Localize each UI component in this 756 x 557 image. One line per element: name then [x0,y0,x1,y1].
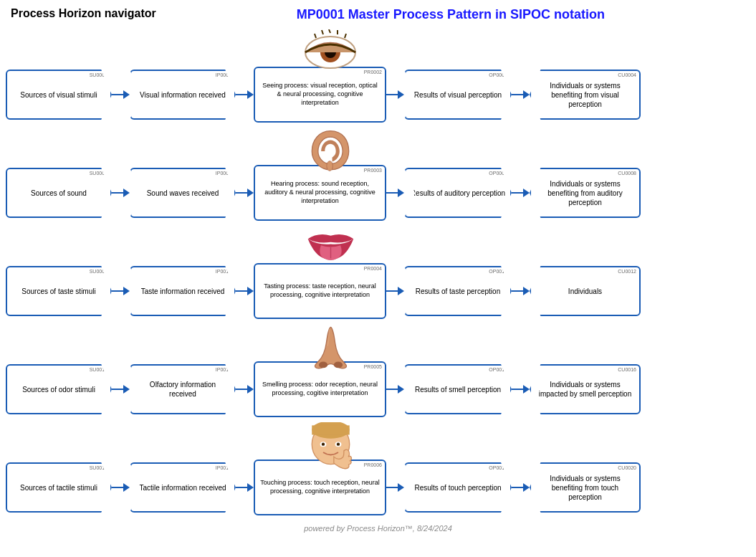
process-rows: SU0001Sources of visual stimuliIP0002Vis… [6,65,750,517]
box-ip0011: IP0011Taste information received [130,266,236,316]
sensor-icon-tongue [298,226,363,265]
svg-line-3 [322,30,323,34]
code-op0019: OP0019 [489,465,507,470]
code-cu0016: CU0016 [618,367,636,372]
svg-line-2 [345,34,346,38]
text-ip0006: Sound waves received [147,189,219,198]
box-su0013: SU0013Sources of odor stimuli [6,364,112,414]
code-pr0006: PR0006 [364,462,382,467]
box-op0010: OP0010Results of taste perception [404,266,512,316]
text-cu0016: Individuals or systems impacted by smell… [535,380,635,399]
code-cu0020: CU0020 [618,465,636,470]
arrow-icon [386,287,404,295]
box-pr0004: PR0004Tasting process: taste reception, … [254,263,386,319]
page-header: Process Horizon navigator MP0001 Master … [0,0,756,26]
arrow-icon [236,90,254,99]
app-title: Process Horizon navigator [11,7,156,20]
box-su0005: SU0005Sources of sound [6,168,112,218]
arrow-icon [512,90,530,99]
text-ip0002: Visual information received [140,90,226,100]
code-su0005: SU0005 [90,171,107,176]
text-cu0008: Individuals or systems benefiting from a… [535,179,635,207]
code-cu0012: CU0012 [618,269,636,274]
svg-point-11 [318,362,327,368]
text-pr0004: Tasting process: taste reception, neural… [259,282,381,299]
box-op0003: OP0003Results of visual perception [404,70,512,120]
svg-point-19 [336,442,339,445]
box-cu0008: CU0008Individuals or systems benefiting … [530,168,641,218]
code-ip0014: IP0014 [216,367,231,372]
svg-rect-15 [312,425,350,434]
box-cu0020: CU0020Individuals or systems benefiting … [530,462,641,513]
box-su0009: SU0009Sources of taste stimuli [6,266,112,316]
process-row-0: SU0001Sources of visual stimuliIP0002Vis… [6,65,750,124]
code-cu0004: CU0004 [618,72,636,77]
arrow-icon [112,90,130,99]
arrow-icon [386,483,404,492]
text-pr0002: Seeing process: visual reception, optica… [259,82,381,107]
text-ip0014: Olfactory information received [135,380,230,399]
box-op0019: OP0019Results of touch perception [404,462,512,513]
text-su0001: Sources of visual stimuli [20,90,97,100]
svg-point-12 [333,362,342,368]
code-ip0006: IP0006 [216,171,231,176]
code-ip0018: IP0018 [216,465,231,470]
text-op0019: Results of touch perception [414,483,501,492]
text-su0017: Sources of tactile stimuli [20,483,97,492]
text-pr0003: Hearing process: sound reception, audito… [259,180,381,205]
text-op0010: Results of taste perception [416,287,500,296]
code-pr0003: PR0003 [364,168,382,173]
arrow-icon [386,385,404,394]
code-su0013: SU0013 [90,367,107,372]
arrow-icon [236,483,254,492]
box-ip0018: IP0018Tactile information received [130,462,236,513]
arrow-icon [236,189,254,197]
code-pr0005: PR0005 [364,364,382,369]
arrow-icon [236,385,254,394]
process-row-4: SU0017Sources of tactile stimuliIP0018Ta… [6,458,750,517]
box-ip0002: IP0002Visual information received [130,70,236,120]
process-row-3: SU0013Sources of odor stimuliIP0014Olfac… [6,360,750,419]
footer-text: powered by Process Horizon™, 8/24/2024 [6,524,750,533]
box-cu0004: CU0004Individuals or systems benefiting … [530,70,641,120]
text-op0007: Results of auditory perception [411,189,505,198]
box-ip0014: IP0014Olfactory information received [130,364,236,414]
box-ip0006: IP0006Sound waves received [130,168,236,218]
diagram-title: MP0001 Master Process Pattern in SIPOC n… [156,7,745,22]
code-ip0011: IP0011 [216,269,231,274]
arrow-icon [112,385,130,394]
text-su0013: Sources of odor stimuli [22,385,95,394]
process-row-2: SU0009Sources of taste stimuliIP0011Tast… [6,262,750,320]
arrow-icon [236,287,254,295]
text-op0003: Results of visual perception [414,90,502,100]
sensor-icon-ear [298,128,363,177]
text-cu0020: Individuals or systems benefiting from t… [535,474,635,502]
code-pr0002: PR0002 [364,70,382,75]
arrow-icon [512,483,530,492]
box-su0017: SU0017Sources of tactile stimuli [6,462,112,513]
code-su0017: SU0017 [90,465,107,470]
code-op0007: OP0007 [489,171,507,176]
box-cu0016: CU0016Individuals or systems impacted by… [530,364,641,414]
svg-point-18 [321,442,324,445]
main-content: SU0001Sources of visual stimuliIP0002Vis… [0,65,756,533]
text-cu0004: Individuals or systems benefiting from v… [535,81,635,109]
arrow-icon [386,90,404,99]
svg-point-9 [327,161,333,171]
code-pr0004: PR0004 [364,266,382,271]
text-su0009: Sources of taste stimuli [21,287,95,296]
text-ip0011: Taste information received [141,287,225,296]
box-op0015: OP0015Results of smell perception [404,364,512,414]
process-row-1: SU0005Sources of soundIP0006Sound waves … [6,163,750,222]
svg-line-4 [315,34,316,38]
text-pr0005: Smelling process: odor reception, neural… [259,381,381,397]
arrow-icon [512,385,530,394]
text-op0015: Results of smell perception [415,385,501,394]
box-su0001: SU0001Sources of visual stimuli [6,70,112,120]
code-su0001: SU0001 [90,72,107,77]
sensor-icon-touch [298,422,363,475]
sensor-icon-eye [298,29,363,75]
code-op0003: OP0003 [489,72,507,77]
box-cu0012: CU0012Individuals [530,266,641,316]
arrow-icon [512,287,530,295]
